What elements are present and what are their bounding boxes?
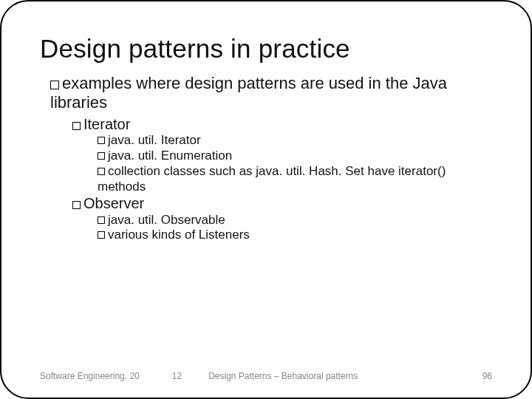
bullet-level2-observer: Observer	[72, 194, 492, 212]
slide-title: Design patterns in practice	[40, 34, 492, 64]
bullet-text: java. util. Enumeration	[108, 149, 232, 163]
slide-footer: Software Engineering, 20 12 Design Patte…	[1, 371, 531, 381]
bullet-level3: java. util. Observable	[98, 213, 492, 228]
bullet-text: Observer	[83, 195, 144, 211]
footer-number: 12	[172, 371, 182, 381]
bullet-text: java. util. Observable	[108, 213, 225, 227]
bullet-square-icon	[72, 122, 81, 130]
bullet-square-icon	[98, 152, 105, 160]
bullet-level3: java. util. Iterator	[98, 133, 492, 149]
bullet-level3: collection classes such as java. util. H…	[98, 164, 492, 194]
bullet-text: Iterator	[83, 116, 130, 132]
bullet-text: examples where design patterns are used …	[50, 74, 447, 112]
bullet-level3: java. util. Enumeration	[98, 149, 492, 164]
bullet-level1: examples where design patterns are used …	[50, 74, 492, 112]
bullet-square-icon	[98, 137, 105, 144]
bullet-square-icon	[98, 168, 105, 175]
bullet-text: various kinds of Listeners	[108, 228, 250, 242]
bullet-square-icon	[98, 231, 105, 239]
bullet-square-icon	[50, 81, 59, 89]
bullet-square-icon	[72, 201, 81, 209]
footer-course: Software Engineering, 20	[40, 371, 140, 381]
bullet-level2-iterator: Iterator	[72, 115, 492, 133]
bullet-square-icon	[98, 216, 105, 224]
bullet-text: java. util. Iterator	[108, 133, 201, 147]
footer-page-number: 96	[482, 371, 492, 381]
footer-subtitle: Design Patterns – Behavioral patterns	[208, 371, 358, 381]
bullet-text: collection classes such as java. util. H…	[98, 164, 446, 194]
slide-frame: Design patterns in practice examples whe…	[0, 0, 532, 399]
bullet-level3: various kinds of Listeners	[98, 228, 492, 243]
